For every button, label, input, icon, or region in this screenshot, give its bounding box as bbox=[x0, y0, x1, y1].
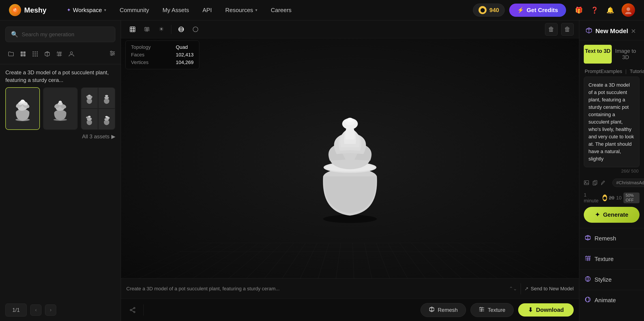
nav-resources[interactable]: Resources ▾ bbox=[218, 0, 264, 20]
animate-section-label: Animate bbox=[594, 297, 616, 304]
thumbnail-3-multi[interactable] bbox=[81, 87, 115, 130]
image-attach-icon[interactable] bbox=[584, 178, 589, 188]
action-bar-divider bbox=[143, 304, 144, 316]
right-panel-title: New Model bbox=[596, 28, 628, 35]
topology-label: Topology bbox=[131, 44, 158, 50]
nav-community[interactable]: Community bbox=[113, 0, 156, 20]
svg-rect-91 bbox=[584, 181, 589, 185]
filter-options-icon[interactable] bbox=[110, 50, 115, 58]
generate-button[interactable]: ✦ Generate bbox=[584, 207, 640, 223]
delete-btn-1[interactable]: 🗑 bbox=[545, 23, 558, 36]
svg-rect-4 bbox=[20, 54, 23, 56]
avatar-button[interactable] bbox=[622, 3, 635, 17]
download-button[interactable]: ⬇ Download bbox=[518, 303, 574, 316]
credits-count: 940 bbox=[489, 7, 499, 14]
nav-workspace[interactable]: ✦ Workspace ▾ bbox=[60, 0, 113, 20]
credit-new-value: 10 bbox=[616, 195, 622, 201]
view-sphere-btn[interactable] bbox=[175, 23, 188, 36]
timing-text: 1 minute bbox=[584, 192, 600, 204]
thumbnail-1[interactable] bbox=[5, 87, 40, 130]
edit-icon[interactable] bbox=[601, 178, 606, 188]
copy-icon[interactable] bbox=[592, 178, 598, 188]
gift-button[interactable]: 🎁 bbox=[573, 4, 585, 16]
svg-point-10 bbox=[35, 54, 36, 54]
thumb-grid-item-1 bbox=[81, 88, 98, 108]
filter-texture-icon[interactable] bbox=[54, 48, 65, 60]
prompt-actions-row: #ChristmasAdventure# bbox=[579, 175, 644, 190]
nav-workspace-label: Workspace bbox=[73, 7, 102, 14]
all-assets-link[interactable]: All 3 assets ▶ bbox=[0, 130, 121, 143]
nav-api[interactable]: API bbox=[196, 0, 218, 20]
notification-button[interactable]: 🔔 bbox=[604, 4, 616, 16]
page-info: 1/1 bbox=[5, 304, 27, 316]
view-perspective-btn[interactable] bbox=[126, 23, 139, 36]
svg-line-95 bbox=[604, 181, 604, 182]
remesh-label: Remesh bbox=[438, 307, 458, 313]
help-button[interactable]: ❓ bbox=[588, 4, 600, 16]
svg-point-21 bbox=[70, 52, 72, 54]
pagination: 1/1 ‹ › bbox=[0, 299, 121, 321]
download-icon: ⬇ bbox=[528, 306, 533, 314]
remesh-section[interactable]: Remesh bbox=[579, 228, 644, 249]
close-button[interactable]: ✕ bbox=[629, 27, 638, 36]
share-icon-btn[interactable] bbox=[126, 304, 139, 316]
nav-resources-label: Resources bbox=[225, 7, 253, 14]
credit-coin-icon: ⬤ bbox=[602, 194, 607, 201]
bottom-action-bar: Remesh Texture ⬇ Download bbox=[121, 298, 579, 321]
logo-icon bbox=[9, 4, 21, 16]
view-lighting-btn[interactable]: ☀ bbox=[155, 23, 168, 36]
filter-dots-icon[interactable] bbox=[30, 48, 41, 60]
tutorials-link[interactable]: Tutorials bbox=[630, 68, 644, 74]
delete-btn-2[interactable]: 🗑 bbox=[561, 23, 574, 36]
examples-link[interactable]: Examples bbox=[600, 68, 622, 74]
3d-canvas[interactable] bbox=[121, 38, 579, 278]
filter-cube-icon[interactable] bbox=[42, 48, 53, 60]
thumb-grid-item-2 bbox=[98, 88, 115, 108]
svg-point-92 bbox=[585, 182, 586, 182]
texture-section[interactable]: Texture bbox=[579, 249, 644, 269]
generate-sparkle-icon: ✦ bbox=[595, 211, 600, 218]
filter-person-icon[interactable] bbox=[66, 48, 77, 60]
svg-point-53 bbox=[105, 116, 108, 118]
credits-cost: ⬤ 20 10 50% OFF bbox=[602, 192, 640, 203]
discount-badge: 50% OFF bbox=[624, 192, 640, 203]
svg-point-25 bbox=[110, 51, 112, 52]
chevron-up-down-icon[interactable]: ⌃⌄ bbox=[509, 286, 517, 292]
view-wireframe-btn[interactable] bbox=[140, 23, 153, 36]
thumbnail-2[interactable] bbox=[43, 87, 78, 130]
search-bar[interactable]: 🔍 Search my generation bbox=[5, 27, 115, 42]
hashtag-tag[interactable]: #ChristmasAdventure# bbox=[612, 179, 644, 187]
coin-icon: ⬤ bbox=[478, 6, 486, 14]
filter-folder-icon[interactable] bbox=[5, 48, 16, 60]
logo-area[interactable]: Meshy bbox=[9, 4, 46, 16]
nav-myassets-label: My Assets bbox=[162, 7, 189, 14]
tab-image-to-3d[interactable]: Image to 3D bbox=[612, 45, 640, 64]
viewport-bottom-divider bbox=[520, 283, 521, 294]
chevron-down-icon-resources: ▾ bbox=[255, 8, 257, 12]
nav-myassets[interactable]: My Assets bbox=[156, 0, 196, 20]
svg-rect-5 bbox=[23, 54, 26, 56]
get-credits-button[interactable]: ⚡ Get Credits bbox=[509, 4, 566, 17]
send-icon: ↗ bbox=[524, 286, 528, 292]
credits-display[interactable]: ⬤ 940 bbox=[473, 4, 504, 16]
viewport-bottom-text: Create a 3D model of a pot succulent pla… bbox=[126, 286, 506, 292]
texture-section-icon bbox=[585, 255, 591, 263]
prompt-textarea[interactable]: Create a 3D model of a pot succulent pla… bbox=[584, 76, 640, 167]
tab-text-to-3d[interactable]: Text to 3D bbox=[584, 45, 612, 64]
nav-careers[interactable]: Careers bbox=[264, 0, 298, 20]
svg-point-1 bbox=[626, 8, 630, 11]
stylize-section[interactable]: Stylize bbox=[579, 269, 644, 290]
animate-section-icon bbox=[585, 296, 591, 304]
animate-section[interactable]: Animate bbox=[579, 290, 644, 310]
prev-page-button[interactable]: ‹ bbox=[30, 304, 42, 316]
view-circle-btn[interactable] bbox=[189, 23, 202, 36]
remesh-button[interactable]: Remesh bbox=[420, 303, 466, 317]
filter-grid-icon[interactable] bbox=[18, 48, 29, 60]
texture-button[interactable]: Texture bbox=[470, 303, 514, 317]
logo-text: Meshy bbox=[24, 6, 46, 14]
send-to-new-model-btn[interactable]: ↗ Send to New Model bbox=[524, 286, 574, 292]
next-page-button[interactable]: › bbox=[45, 304, 56, 316]
center-viewport: ☀ 🗑 🗑 Topology Quad bbox=[121, 20, 579, 321]
generate-label: Generate bbox=[603, 211, 628, 218]
svg-point-45 bbox=[88, 95, 91, 96]
